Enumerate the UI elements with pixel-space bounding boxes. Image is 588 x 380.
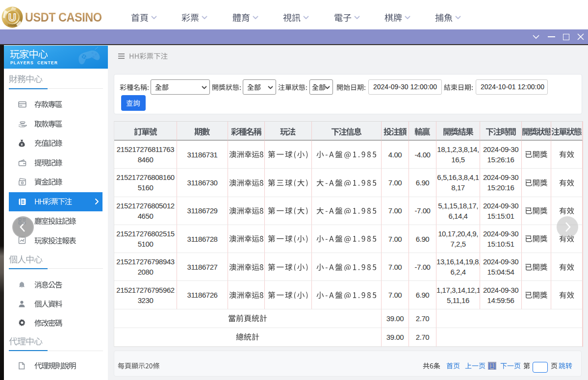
svg-text:CASINO: CASINO — [8, 24, 17, 26]
svg-text:U: U — [8, 11, 16, 24]
